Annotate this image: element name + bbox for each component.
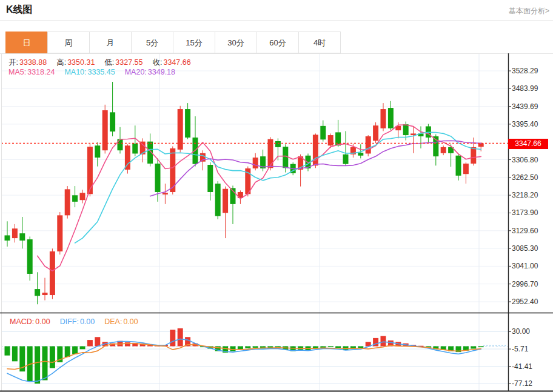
legend-value-1: 3335.45	[88, 68, 115, 76]
tab-3[interactable]: 5分	[131, 32, 173, 53]
legend-value-0: 3318.24	[27, 68, 55, 76]
legend-value-2: 0.00	[123, 317, 138, 326]
y-axis-label: -77.12	[512, 379, 551, 388]
legend-label-1: 高:	[56, 58, 66, 67]
y-axis-label: 3483.99	[512, 84, 551, 93]
legend-label-2: DEA:	[104, 317, 122, 326]
legend-label-1: DIFF:	[60, 317, 79, 326]
y-axis-label: -41.41	[512, 362, 551, 371]
fundamental-analysis-link[interactable]: 基本面分析>	[509, 6, 549, 16]
legend-label-2: 低:	[104, 58, 114, 67]
y-axis-label: 3085.30	[512, 244, 551, 253]
tab-6[interactable]: 60分	[256, 32, 299, 53]
y-axis-label: 30.00	[512, 327, 551, 336]
legend-value-3: 3347.66	[164, 58, 191, 67]
y-axis-label: 3173.90	[512, 208, 551, 218]
legend-value-1: 0.00	[80, 317, 95, 326]
legend-label-3: 收:	[153, 58, 163, 67]
y-axis-label: 3262.50	[512, 173, 551, 182]
tab-5[interactable]: 30分	[215, 32, 257, 53]
y-axis-label: 2996.70	[512, 279, 551, 289]
page-title: K线图	[6, 4, 33, 16]
candlestick-series	[5, 82, 484, 304]
legend-label-0: MACD:	[10, 317, 34, 326]
legend-value-0: 0.00	[35, 317, 50, 326]
ma-legend: MA5:3318.24MA10:3335.45MA20:3349.18	[8, 68, 185, 76]
y-axis-label: 3306.80	[512, 155, 551, 165]
tab-0[interactable]: 日	[5, 32, 48, 53]
y-axis-label: 3395.40	[512, 119, 551, 129]
macd-legend: MACD:0.00DIFF:0.00DEA:0.00	[10, 317, 148, 326]
current-price-badge: 3347.66	[508, 139, 548, 149]
main-chart[interactable]	[0, 53, 553, 392]
tab-7[interactable]: 4时	[298, 32, 341, 53]
interval-tabs: 日周月5分15分30分60分4时	[6, 32, 341, 53]
legend-value-1: 3350.31	[67, 58, 95, 67]
y-axis-label: 3041.00	[512, 261, 551, 271]
tab-2[interactable]: 月	[89, 32, 132, 53]
tab-1[interactable]: 周	[47, 32, 90, 53]
header-divider	[0, 20, 553, 21]
legend-label-1: MA10:	[64, 68, 86, 76]
legend-value-2: 3349.18	[148, 68, 175, 76]
diff-line	[7, 339, 481, 381]
y-axis-label: 3528.29	[512, 66, 551, 76]
y-axis-label: 3218.20	[512, 190, 551, 200]
y-axis-label: 2952.40	[512, 297, 551, 307]
macd-histogram	[5, 328, 484, 384]
legend-value-0: 3338.88	[19, 58, 47, 67]
legend-label-0: MA5:	[8, 68, 26, 76]
kline-page: K线图 基本面分析> 日周月5分15分30分60分4时 开:3338.88高:3…	[0, 0, 553, 392]
legend-label-0: 开:	[8, 58, 18, 67]
legend-label-2: MA20:	[125, 68, 147, 76]
legend-value-2: 3327.55	[115, 58, 142, 67]
y-axis-label: 3129.60	[512, 226, 551, 236]
tab-4[interactable]: 15分	[173, 32, 215, 53]
y-axis-label: 3439.69	[512, 102, 551, 111]
ohlc-legend: 开:3338.88高:3350.31低:3327.55收:3347.66	[8, 58, 201, 68]
y-axis-label: -5.71	[512, 344, 551, 354]
